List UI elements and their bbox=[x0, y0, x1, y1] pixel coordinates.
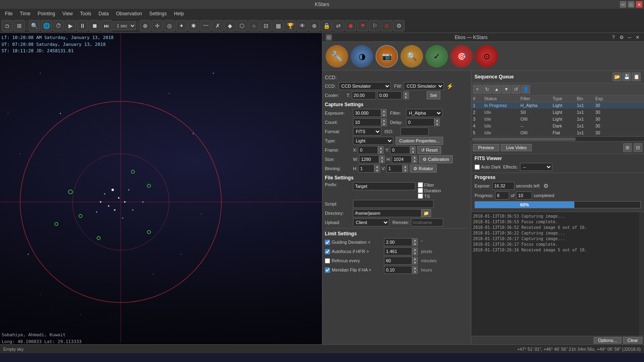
bin-v-spin-dn[interactable]: ▼ bbox=[402, 169, 408, 173]
frame-y-input[interactable] bbox=[390, 146, 410, 154]
calibration-btn[interactable]: ⚙ Calibration bbox=[419, 155, 453, 163]
meridian-spin-dn[interactable]: ▼ bbox=[412, 270, 418, 274]
toolbar-eye[interactable]: 👁 bbox=[297, 20, 308, 31]
toolbar-zoom-in[interactable]: 🔍 bbox=[29, 20, 40, 31]
size-h-input[interactable] bbox=[392, 155, 412, 163]
module-scheduler[interactable]: 🎯 bbox=[450, 45, 473, 68]
module-focus[interactable]: 🔍 bbox=[400, 45, 423, 68]
autofocus-spin-dn[interactable]: ▼ bbox=[412, 251, 418, 255]
remote-input[interactable] bbox=[411, 218, 443, 226]
menu-file[interactable]: File bbox=[2, 10, 16, 17]
clear-btn[interactable]: Clear bbox=[623, 337, 642, 343]
progress-total-input[interactable] bbox=[516, 191, 532, 200]
close-btn[interactable]: ✕ bbox=[636, 1, 642, 8]
toolbar-settings2[interactable]: ⚙ bbox=[393, 20, 405, 31]
seq-action-btn2[interactable]: ⊟ bbox=[634, 143, 642, 152]
autofocus-spin-up[interactable]: ▲ bbox=[412, 247, 418, 251]
seq-btn-save-as[interactable]: 📋 bbox=[632, 72, 641, 81]
seq-btn-load[interactable]: 📂 bbox=[613, 72, 621, 81]
bin-v-input[interactable] bbox=[386, 165, 402, 173]
toolbar-target[interactable]: ◎ bbox=[164, 20, 175, 31]
frame-x-spin-up[interactable]: ▲ bbox=[378, 146, 384, 150]
prefix-input[interactable] bbox=[353, 182, 415, 190]
rotator-btn[interactable]: ⚙ Rotator bbox=[410, 165, 437, 173]
upload-select[interactable]: Client bbox=[353, 218, 389, 226]
progress-current-input[interactable] bbox=[495, 191, 509, 200]
module-equipment[interactable]: 🔧 bbox=[326, 45, 348, 68]
toolbar-reticle[interactable]: ⊕ bbox=[309, 20, 320, 31]
filter-select[interactable]: H_Alpha bbox=[406, 109, 442, 117]
exposure-spin-dn[interactable]: ▼ bbox=[381, 113, 387, 117]
toolbar-wave[interactable]: 〰 bbox=[200, 20, 211, 31]
module-guide[interactable]: ✓ bbox=[425, 45, 448, 68]
guiding-dev-checkbox[interactable] bbox=[325, 240, 330, 245]
directory-input[interactable] bbox=[353, 209, 421, 217]
table-row[interactable]: 3 Idle OIII Light 1x1 30 bbox=[471, 116, 644, 123]
toolbar-star[interactable]: ✦ bbox=[176, 20, 187, 31]
module-capture[interactable]: 📷 bbox=[376, 45, 398, 68]
toolbar-lock[interactable]: 🔒 bbox=[321, 20, 332, 31]
seq-scroll-thumb[interactable] bbox=[472, 138, 576, 141]
toolbar-flag2[interactable]: ⚐ bbox=[369, 20, 380, 31]
maximize-btn[interactable]: □ bbox=[628, 1, 634, 8]
menu-data[interactable]: Data bbox=[95, 10, 112, 17]
expose-input[interactable] bbox=[492, 182, 514, 190]
guiding-dev-spin-up[interactable]: ▲ bbox=[412, 238, 418, 242]
seq-refresh-btn[interactable]: ↻ bbox=[483, 85, 491, 94]
meridian-checkbox[interactable] bbox=[325, 267, 330, 273]
autofocus-checkbox[interactable] bbox=[325, 249, 330, 254]
meridian-input[interactable] bbox=[384, 266, 412, 274]
menu-view[interactable]: View bbox=[59, 10, 76, 17]
custom-properties-btn[interactable]: Custom Properties... bbox=[396, 137, 443, 145]
count-spin-dn[interactable]: ▼ bbox=[381, 122, 387, 126]
ekos-close[interactable]: ✕ bbox=[634, 34, 641, 41]
menu-pointing[interactable]: Pointing bbox=[35, 10, 58, 17]
toolbar-hexagon[interactable]: ⬡ bbox=[236, 20, 248, 31]
toolbar-diamond[interactable]: ◆ bbox=[224, 20, 235, 31]
bin-v-spin-up[interactable]: ▲ bbox=[402, 165, 408, 169]
table-row[interactable]: 1 In Progress H_Alpha Light 1x1 30 bbox=[471, 102, 644, 109]
count-spin-up[interactable]: ▲ bbox=[381, 118, 387, 122]
toolbar-flag[interactable]: ⚑ bbox=[357, 20, 368, 31]
toolbar-cross[interactable]: ✗ bbox=[212, 20, 223, 31]
frame-x-input[interactable] bbox=[358, 146, 378, 154]
seq-scrollbar-h[interactable] bbox=[471, 136, 644, 141]
frame-y-spin-dn[interactable]: ▼ bbox=[410, 150, 416, 154]
size-w-input[interactable] bbox=[359, 155, 379, 163]
toolbar-stop2[interactable]: ⊘ bbox=[381, 20, 392, 31]
type-select[interactable]: Light bbox=[353, 137, 393, 145]
format-select[interactable]: FITS bbox=[353, 128, 381, 136]
menu-help[interactable]: Help bbox=[171, 10, 187, 17]
bin-h-spin-up[interactable]: ▲ bbox=[374, 165, 380, 169]
refocus-input[interactable] bbox=[384, 257, 412, 265]
bin-h-spin-dn[interactable]: ▼ bbox=[374, 169, 380, 173]
toolbar-stop[interactable]: ⏹ bbox=[89, 20, 100, 31]
cooler-spin-up[interactable]: ▲ bbox=[403, 91, 409, 95]
seq-btn-save[interactable]: 💾 bbox=[622, 72, 631, 81]
meridian-spin-up[interactable]: ▲ bbox=[412, 266, 418, 270]
toolbar-step[interactable]: ⏭ bbox=[101, 20, 112, 31]
delay-spin-dn[interactable]: ▼ bbox=[434, 122, 440, 126]
size-w-spin-dn[interactable]: ▼ bbox=[379, 159, 385, 163]
size-h-spin-dn[interactable]: ▼ bbox=[412, 159, 417, 163]
auto-dark-checkbox[interactable] bbox=[475, 165, 480, 170]
ts-checkbox[interactable] bbox=[418, 193, 423, 199]
toolbar-cup[interactable]: 🏆 bbox=[285, 20, 296, 31]
module-analyze[interactable]: ⊙ bbox=[475, 45, 498, 68]
reset-btn[interactable]: ↺ Reset bbox=[417, 146, 441, 154]
delay-spin-up[interactable]: ▲ bbox=[434, 118, 440, 122]
toolbar-pause[interactable]: ⏸ bbox=[77, 20, 88, 31]
cooler-set-btn[interactable]: Set bbox=[427, 91, 441, 99]
log-scrollbar[interactable] bbox=[639, 212, 644, 336]
toolbar-record[interactable]: ⏺ bbox=[345, 20, 356, 31]
ekos-minimize[interactable]: ─ bbox=[626, 34, 633, 41]
seq-down-btn[interactable]: ▼ bbox=[502, 85, 511, 94]
toolbar-asterisk[interactable]: ✱ bbox=[188, 20, 199, 31]
size-h-spin-up[interactable]: ▲ bbox=[412, 155, 417, 159]
refocus-checkbox[interactable] bbox=[325, 258, 330, 263]
fw-select[interactable]: CCD Simulator bbox=[404, 82, 444, 90]
autofocus-input[interactable] bbox=[384, 247, 412, 255]
iso-input[interactable] bbox=[400, 128, 429, 136]
menu-settings[interactable]: Settings bbox=[146, 10, 170, 17]
toolbar-grid[interactable]: ⊞ bbox=[14, 20, 25, 31]
